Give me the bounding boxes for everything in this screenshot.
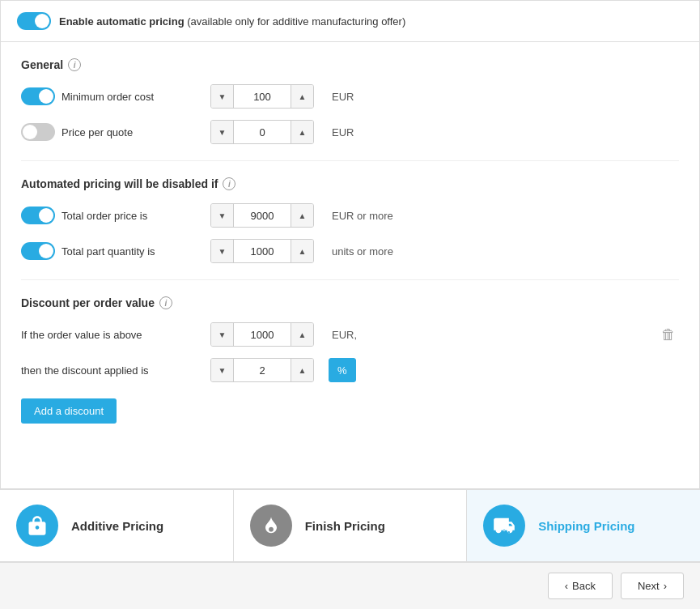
nav-card-additive-pricing[interactable]: Additive Pricing	[0, 490, 234, 562]
order-value-row: If the order value is above ▼ ▲ EUR, 🗑	[21, 322, 679, 347]
min-order-input[interactable]	[234, 84, 291, 109]
total-part-label: Total part quantity is	[62, 245, 155, 258]
separator-1	[21, 160, 679, 161]
discount-applied-row: then the discount applied is ▼ ▲ %	[21, 358, 679, 382]
price-per-quote-label: Price per quote	[62, 126, 133, 138]
order-value-unit: EUR,	[332, 329, 357, 341]
auto-pricing-toggle[interactable]	[17, 12, 51, 30]
price-per-quote-toggle[interactable]	[21, 123, 55, 141]
total-part-quantity-row: Total part quantity is ▼ ▲ units or more	[21, 239, 679, 263]
next-label: Next	[638, 580, 660, 592]
discount-title-text: Discount per order value	[21, 296, 155, 309]
price-per-quote-unit: EUR	[332, 126, 354, 138]
total-order-unit: EUR or more	[332, 210, 393, 222]
order-value-label-group: If the order value is above	[21, 329, 199, 341]
back-chevron-icon: ‹	[565, 580, 568, 592]
finish-pricing-icon-circle	[250, 505, 292, 547]
shipping-pricing-icon-circle	[483, 505, 525, 547]
min-order-toggle[interactable]	[21, 87, 55, 105]
general-info-icon[interactable]: i	[68, 58, 81, 71]
back-label: Back	[572, 580, 596, 592]
auto-pricing-main-label: Enable automatic pricing	[59, 15, 185, 28]
discount-section-title: Discount per order value i	[21, 296, 679, 309]
separator-2	[21, 279, 679, 280]
price-per-quote-row: Price per quote ▼ ▲ EUR	[21, 120, 679, 144]
total-order-label: Total order price is	[62, 210, 147, 222]
footer-bar: ‹ Back Next ›	[0, 562, 700, 609]
min-order-decrease-btn[interactable]: ▼	[211, 84, 234, 109]
discount-increase-btn[interactable]: ▲	[291, 358, 313, 382]
min-order-unit: EUR	[332, 91, 354, 103]
order-value-increase-btn[interactable]: ▲	[291, 322, 313, 347]
price-per-quote-input[interactable]	[234, 120, 291, 144]
top-bar: Enable automatic pricing (available only…	[0, 0, 700, 42]
price-per-quote-label-group: Price per quote	[21, 123, 199, 141]
min-order-input-group: ▼ ▲	[210, 84, 314, 109]
next-chevron-icon: ›	[664, 580, 667, 592]
delete-discount-btn[interactable]: 🗑	[658, 323, 679, 347]
order-value-label: If the order value is above	[21, 329, 142, 341]
finish-pricing-label: Finish Pricing	[305, 519, 385, 533]
auto-pricing-sub-label: (available only for additive manufacturi…	[187, 15, 405, 28]
general-section-title: General i	[21, 58, 679, 71]
nav-card-shipping-pricing[interactable]: Shipping Pricing	[467, 490, 700, 562]
total-part-unit: units or more	[332, 245, 393, 258]
total-order-toggle[interactable]	[21, 207, 55, 224]
price-per-quote-decrease-btn[interactable]: ▼	[211, 120, 234, 144]
minimum-order-cost-label-group: Minimum order cost	[21, 87, 199, 105]
bottom-nav: Additive Pricing Finish Pricing Shipping…	[0, 489, 700, 562]
min-order-increase-btn[interactable]: ▲	[291, 84, 313, 109]
shipping-pricing-label: Shipping Pricing	[538, 519, 634, 533]
min-order-label: Minimum order cost	[62, 91, 154, 103]
shipping-pricing-icon	[493, 514, 515, 537]
next-button[interactable]: Next ›	[621, 573, 684, 599]
total-part-quantity-input-group: ▼ ▲	[210, 239, 314, 263]
content-area: General i Minimum order cost ▼ ▲ EUR	[0, 42, 700, 489]
additive-pricing-icon	[26, 514, 49, 537]
price-per-quote-input-group: ▼ ▲	[210, 120, 314, 144]
general-title-text: General	[21, 58, 63, 71]
auto-pricing-label: Enable automatic pricing (available only…	[59, 15, 405, 28]
order-value-input-group: ▼ ▲	[210, 322, 314, 347]
nav-card-finish-pricing[interactable]: Finish Pricing	[234, 490, 468, 562]
percent-toggle-btn[interactable]: %	[329, 358, 356, 382]
total-part-quantity-input[interactable]	[234, 239, 291, 263]
total-part-increase-btn[interactable]: ▲	[291, 239, 313, 263]
minimum-order-cost-row: Minimum order cost ▼ ▲ EUR	[21, 84, 679, 109]
total-part-quantity-label-group: Total part quantity is	[21, 242, 199, 260]
finish-pricing-icon	[260, 514, 282, 537]
discount-info-icon[interactable]: i	[159, 296, 172, 309]
price-per-quote-increase-btn[interactable]: ▲	[291, 120, 313, 144]
total-order-price-label-group: Total order price is	[21, 207, 199, 224]
total-order-price-input[interactable]	[234, 203, 291, 228]
total-order-price-row: Total order price is ▼ ▲ EUR or more	[21, 203, 679, 228]
discount-decrease-btn[interactable]: ▼	[211, 358, 234, 382]
total-order-decrease-btn[interactable]: ▼	[211, 203, 234, 228]
automated-pricing-info-icon[interactable]: i	[223, 177, 235, 190]
additive-pricing-label: Additive Pricing	[71, 519, 163, 533]
discount-value-input-group: ▼ ▲	[210, 358, 314, 382]
automated-pricing-title: Automated pricing will be disabled if i	[21, 177, 679, 190]
total-part-toggle[interactable]	[21, 242, 55, 260]
total-order-price-input-group: ▼ ▲	[210, 203, 314, 228]
additive-pricing-icon-circle	[16, 505, 58, 547]
automated-pricing-title-text: Automated pricing will be disabled if	[21, 177, 218, 190]
order-value-decrease-btn[interactable]: ▼	[211, 322, 234, 347]
discount-value-input[interactable]	[234, 358, 291, 382]
main-container: Enable automatic pricing (available only…	[0, 0, 700, 609]
total-part-decrease-btn[interactable]: ▼	[211, 239, 234, 263]
total-order-increase-btn[interactable]: ▲	[291, 203, 313, 228]
add-discount-btn[interactable]: Add a discount	[21, 398, 117, 424]
discount-applied-label-group: then the discount applied is	[21, 364, 199, 377]
order-value-input[interactable]	[234, 322, 291, 347]
back-button[interactable]: ‹ Back	[548, 573, 613, 599]
discount-applied-label: then the discount applied is	[21, 364, 149, 377]
